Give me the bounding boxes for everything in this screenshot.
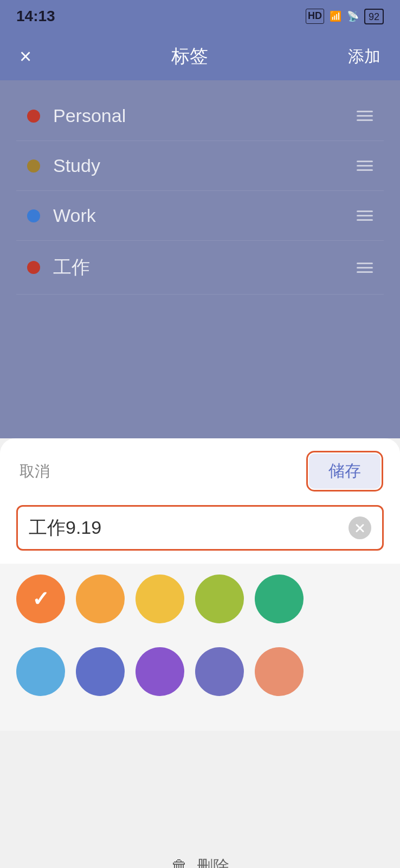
status-time: 14:13 [16, 8, 55, 25]
hd-badge: HD [306, 9, 324, 23]
color-option-1[interactable] [16, 575, 65, 623]
tag-label-gongzuo: 工作 [53, 255, 90, 280]
drag-handle-personal[interactable] [357, 111, 373, 121]
clear-input-button[interactable] [349, 516, 371, 539]
tag-dot-study [27, 159, 40, 173]
tag-dot-work [27, 209, 40, 222]
wifi-icon: 📡 [347, 10, 359, 22]
header: × 标签 添加 [0, 33, 400, 80]
save-button[interactable]: 储存 [309, 454, 380, 489]
page-title: 标签 [171, 44, 208, 69]
color-option-5[interactable] [255, 575, 304, 623]
color-picker-spacer [0, 731, 400, 839]
tag-dot-gongzuo [27, 261, 40, 274]
tag-dot-personal [27, 110, 40, 123]
tag-label-study: Study [53, 155, 100, 176]
delete-section[interactable]: 🗑 删除 [0, 839, 400, 868]
signal-icon: 📶 [330, 10, 341, 22]
add-button[interactable]: 添加 [348, 46, 380, 68]
color-option-10[interactable] [255, 647, 304, 696]
status-bar: 14:13 HD 📶 📡 92 [0, 0, 400, 33]
color-option-2[interactable] [76, 575, 125, 623]
tag-item-personal[interactable]: Personal [16, 91, 384, 141]
tag-name-input[interactable] [29, 518, 349, 539]
bottom-sheet: 取消 储存 🗑 删除 [0, 438, 400, 868]
tag-label-personal: Personal [53, 105, 126, 126]
delete-icon: 🗑 [171, 857, 188, 868]
color-row-2 [16, 642, 384, 701]
tag-input-wrapper [16, 505, 384, 551]
cancel-button[interactable]: 取消 [20, 461, 50, 482]
battery-icon: 92 [364, 9, 384, 24]
color-row-1 [16, 569, 384, 629]
drag-handle-gongzuo[interactable] [357, 263, 373, 273]
drag-handle-study[interactable] [357, 161, 373, 171]
color-picker [0, 564, 400, 731]
tag-label-work: Work [53, 205, 96, 226]
drag-handle-work[interactable] [357, 210, 373, 221]
color-option-7[interactable] [76, 647, 125, 696]
tag-item-work[interactable]: Work [16, 191, 384, 241]
close-button[interactable]: × [20, 46, 31, 67]
tag-item-study[interactable]: Study [16, 141, 384, 191]
color-option-9[interactable] [195, 647, 244, 696]
status-icons: HD 📶 📡 92 [306, 9, 384, 24]
tag-item-gongzuo[interactable]: 工作 [16, 241, 384, 295]
tag-list: Personal Study Work 工作 [0, 80, 400, 395]
color-option-8[interactable] [136, 647, 184, 696]
spacer [0, 395, 400, 438]
color-option-6[interactable] [16, 647, 65, 696]
sheet-header: 取消 储存 [0, 438, 400, 500]
delete-label: 删除 [197, 856, 229, 868]
color-option-4[interactable] [195, 575, 244, 623]
color-option-3[interactable] [136, 575, 184, 623]
